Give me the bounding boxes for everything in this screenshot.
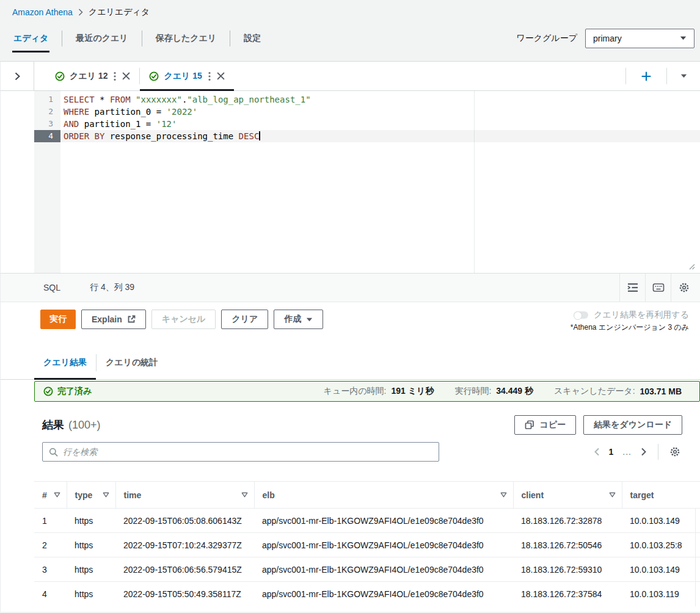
explain-button[interactable]: Explain — [81, 310, 146, 329]
nav-tab[interactable]: 設定 — [217, 24, 262, 53]
search-input[interactable] — [63, 447, 432, 457]
table-header-row: # type — [34, 482, 700, 509]
column-header[interactable]: type — [67, 482, 115, 509]
code-line[interactable]: SELECT * FROM "xxxxxxx"."alb_log_ap_nort… — [60, 93, 700, 106]
pagination: 1 ... — [594, 444, 680, 460]
results-table: # type — [34, 481, 700, 606]
nav-tab[interactable]: 最近のクエリ — [49, 24, 129, 53]
pagination-prev-button[interactable] — [594, 448, 600, 456]
table-cell: 10.0.103.149 — [622, 509, 695, 533]
pagination-next-button[interactable] — [641, 448, 647, 456]
nav-tabs: エディタ 最近のクエリ 保存したクエリ 設定 — [12, 24, 262, 53]
tab-close-icon[interactable] — [122, 72, 130, 80]
table-cell: 10.0.103.119 — [622, 582, 695, 606]
caret-down-icon — [306, 317, 313, 322]
tab-menu-dots-icon[interactable] — [114, 71, 116, 81]
clear-button[interactable]: クリア — [221, 310, 268, 329]
metric: スキャンしたデータ: 103.71 MB — [554, 386, 682, 397]
gutter-line-number[interactable]: 4 — [34, 130, 60, 142]
sort-icon[interactable] — [500, 492, 507, 498]
gutter-line-number[interactable]: 2 — [34, 106, 60, 118]
table-cell: 4 — [34, 582, 67, 606]
table-cell: 2 — [34, 533, 67, 557]
run-button[interactable]: 実行 — [40, 310, 76, 329]
table-cell: 18.183.126.72:50546 — [513, 533, 622, 557]
format-query-button[interactable] — [619, 274, 645, 302]
nav-tab-label: エディタ — [12, 24, 49, 53]
cancel-button[interactable]: キャンセル — [151, 310, 216, 329]
reuse-results-toggle[interactable] — [574, 311, 588, 319]
sort-icon[interactable] — [54, 492, 60, 498]
breadcrumb-link-athena[interactable]: Amazon Athena — [12, 7, 73, 17]
metric-label: キュー内の時間: — [324, 386, 387, 397]
breadcrumb: Amazon Athena クエリエディタ — [0, 0, 700, 21]
reuse-results-note: *Athena エンジンバージョン 3 のみ — [571, 322, 689, 333]
table-row[interactable]: 1https2022-09-15T06:05:08.606143Zapp/svc… — [34, 509, 700, 533]
column-header[interactable]: # — [34, 482, 67, 509]
new-query-tab-button[interactable] — [626, 62, 666, 90]
column-header[interactable]: client — [513, 482, 622, 509]
copy-button[interactable]: コピー — [514, 415, 576, 435]
nav-tab-label: 最近のクエリ — [75, 24, 129, 53]
table-row[interactable]: 4https2022-09-15T05:50:49.358117Zapp/svc… — [34, 582, 700, 606]
code-line[interactable]: AND partition_1 = '12' — [60, 118, 700, 130]
column-header[interactable]: target — [622, 482, 695, 509]
table-row[interactable]: 2https2022-09-15T07:10:24.329377Zapp/svc… — [34, 533, 700, 557]
status-text: 完了済み — [57, 386, 92, 397]
gutter-line-number[interactable]: 3 — [34, 118, 60, 130]
pagination-current-page[interactable]: 1 — [609, 447, 614, 457]
download-results-button[interactable]: 結果をダウンロード — [583, 415, 682, 435]
sort-icon[interactable] — [609, 492, 616, 498]
column-header[interactable]: time — [115, 482, 254, 509]
query-status-banner: 完了済み キュー内の時間: 191 ミリ秒 実行時間: 34.449 秒 スキャ… — [34, 381, 700, 402]
pagination-ellipsis: ... — [622, 447, 632, 457]
query-tab-label: クエリ 12 — [70, 71, 108, 82]
tab-list-menu-button[interactable] — [667, 62, 700, 90]
table-cell: 1 — [34, 509, 67, 533]
tab-menu-dots-icon[interactable] — [208, 71, 211, 81]
tab-bar-spacer — [234, 62, 625, 90]
reuse-results-label: クエリ結果を再利用する — [594, 310, 689, 321]
code-area[interactable]: SELECT * FROM "xxxxxxx"."alb_log_ap_nort… — [60, 91, 700, 273]
column-header[interactable]: elb — [254, 482, 513, 509]
nav-tab[interactable]: 保存したクエリ — [129, 24, 218, 53]
query-metrics: キュー内の時間: 191 ミリ秒 実行時間: 34.449 秒 スキャンしたデー… — [324, 386, 682, 397]
tab-close-icon[interactable] — [217, 72, 225, 80]
gutter-line-number[interactable]: 1 — [34, 93, 60, 106]
sort-icon[interactable] — [241, 492, 248, 498]
chevron-right-icon — [13, 71, 21, 81]
workgroup-select[interactable]: primary — [585, 29, 695, 48]
create-button[interactable]: 作成 — [274, 310, 323, 329]
language-label: SQL — [43, 283, 60, 292]
keyboard-shortcuts-button[interactable] — [645, 274, 671, 302]
top-navigation: エディタ 最近のクエリ 保存したクエリ 設定 ワークグループ primary — [0, 21, 700, 53]
results-settings-gear-icon[interactable] — [669, 446, 680, 457]
query-success-check-icon — [149, 71, 159, 81]
query-editor-panel: クエリ 12 クエリ 15 — [0, 61, 700, 612]
table-cell-spacer — [695, 509, 700, 533]
nav-tab[interactable]: エディタ — [12, 24, 49, 53]
row-search-box[interactable] — [42, 442, 439, 462]
expand-catalog-panel-button[interactable] — [1, 62, 34, 90]
table-cell: 18.183.126.72:32878 — [513, 509, 622, 533]
external-link-icon — [127, 315, 136, 324]
sort-icon[interactable] — [103, 492, 109, 498]
query-tab[interactable]: クエリ 12 — [46, 62, 139, 90]
success-check-icon — [43, 386, 53, 396]
result-tab[interactable]: クエリ結果 — [34, 346, 96, 379]
table-cell: app/svc001-mr-Elb-1KGOWZ9AFI4OL/e1e09c8e… — [254, 509, 513, 533]
line-number-gutter: 1234 — [34, 91, 60, 273]
code-line[interactable]: WHERE partition_0 = '2022' — [60, 106, 700, 118]
column-header-label: # — [42, 490, 47, 500]
query-tab[interactable]: クエリ 15 — [139, 62, 233, 90]
cursor-position: 行 4、列 39 — [90, 282, 134, 293]
sql-code-editor[interactable]: 1234 SELECT * FROM "xxxxxxx"."alb_log_ap… — [1, 91, 700, 273]
table-cell: 2022-09-15T07:10:24.329377Z — [115, 533, 254, 557]
table-cell: 10.0.103.25:8 — [622, 533, 695, 557]
metric-value: 34.449 秒 — [496, 386, 533, 397]
table-row[interactable]: 3https2022-09-15T06:06:56.579415Zapp/svc… — [34, 557, 700, 582]
code-line[interactable]: ORDER BY response_processing_time DESC — [60, 130, 700, 142]
editor-settings-gear-icon[interactable] — [671, 274, 696, 302]
table-cell: app/svc001-mr-Elb-1KGOWZ9AFI4OL/e1e09c8e… — [254, 533, 513, 557]
result-tab[interactable]: クエリの統計 — [96, 346, 167, 379]
